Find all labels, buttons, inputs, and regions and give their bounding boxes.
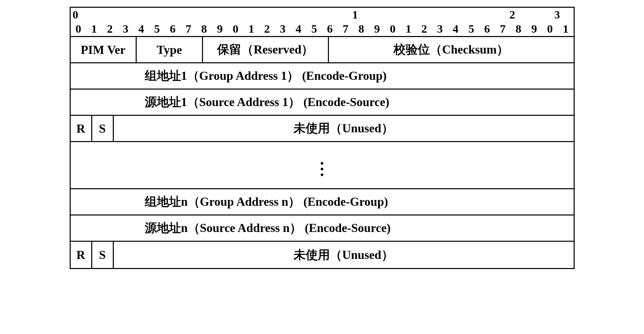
bit-group-label: 0 (71, 8, 228, 22)
bit-cell: 0 (228, 22, 243, 36)
bit-row: 0 1 2 3 4 5 6 7 8 9 (385, 22, 542, 36)
bit-cell: 0 (542, 22, 558, 36)
bit-ruler: 0 0 1 2 3 4 5 6 7 8 9 1 0 1 2 3 4 5 (70, 7, 575, 36)
bit-cell: 8 (196, 22, 212, 36)
bit-row: 0 1 (542, 22, 573, 36)
bit-group-label: 2 (385, 8, 542, 22)
field-s: S (92, 242, 114, 268)
bit-row: 0 1 2 3 4 5 6 7 8 9 (71, 22, 228, 36)
bit-cell: 6 (479, 22, 495, 36)
bit-cell: 3 (432, 22, 448, 36)
bit-cell: 4 (448, 22, 464, 36)
bit-cell: 3 (275, 22, 291, 36)
packet-format-diagram: 0 0 1 2 3 4 5 6 7 8 9 1 0 1 2 3 4 5 (70, 7, 575, 269)
bit-cell: 5 (149, 22, 165, 36)
rs-unused-row-n: R S 未使用（Unused） (71, 242, 574, 268)
bit-cell: 0 (71, 22, 87, 36)
bit-cell: 0 (385, 22, 401, 36)
bit-cell: 1 (243, 22, 259, 36)
bit-cell: 4 (291, 22, 306, 36)
bit-cell: 7 (338, 22, 353, 36)
group-address-n-row: 组地址n（Group Address n） (Encode-Group) (71, 189, 574, 215)
bit-cell: 9 (369, 22, 385, 36)
field-checksum: 校验位（Checksum） (329, 37, 574, 62)
field-unused: 未使用（Unused） (114, 242, 574, 268)
bit-cell: 6 (322, 22, 338, 36)
field-pim-ver: PIM Ver (71, 37, 137, 62)
bit-group-1: 1 0 1 2 3 4 5 6 7 8 9 (228, 8, 385, 36)
source-address-1-row: 源地址1（Source Address 1） (Encode-Source) (71, 90, 574, 116)
bit-group-label: 1 (228, 8, 385, 22)
field-type: Type (137, 37, 203, 62)
bit-cell: 6 (165, 22, 181, 36)
bit-group-label: 3 (542, 8, 573, 22)
bit-group-0: 0 0 1 2 3 4 5 6 7 8 9 (71, 8, 228, 36)
bit-cell: 5 (306, 22, 322, 36)
field-unused: 未使用（Unused） (114, 116, 574, 141)
field-r: R (71, 116, 92, 141)
bit-cell: 5 (464, 22, 479, 36)
bit-cell: 8 (511, 22, 527, 36)
vertical-ellipsis: ... (71, 142, 574, 188)
bit-row: 0 1 2 3 4 5 6 7 8 9 (228, 22, 385, 36)
packet-table: PIM Ver Type 保留（Reserved） 校验位（Checksum） … (70, 36, 575, 269)
bit-cell: 9 (526, 22, 542, 36)
field-reserved: 保留（Reserved） (203, 37, 329, 62)
vdots-icon: ... (320, 157, 324, 173)
bit-cell: 1 (401, 22, 416, 36)
bit-cell: 4 (133, 22, 149, 36)
bit-cell: 2 (416, 22, 432, 36)
bit-group-3: 3 0 1 (542, 8, 573, 36)
field-s: S (92, 116, 114, 141)
ellipsis-row: ... (71, 142, 574, 189)
field-group-address-1: 组地址1（Group Address 1） (Encode-Group) (71, 63, 574, 89)
bit-cell: 8 (353, 22, 369, 36)
field-group-address-n: 组地址n（Group Address n） (Encode-Group) (71, 189, 574, 214)
bit-cell: 2 (259, 22, 275, 36)
bit-cell: 9 (212, 22, 228, 36)
bit-cell: 7 (495, 22, 511, 36)
bit-cell: 1 (86, 22, 102, 36)
field-source-address-1: 源地址1（Source Address 1） (Encode-Source) (71, 90, 574, 115)
bit-cell: 3 (118, 22, 134, 36)
field-source-address-n: 源地址n（Source Address n） (Encode-Source) (71, 215, 574, 241)
bit-cell: 1 (558, 22, 574, 36)
rs-unused-row-1: R S 未使用（Unused） (71, 116, 574, 142)
header-row: PIM Ver Type 保留（Reserved） 校验位（Checksum） (71, 37, 574, 63)
field-r: R (71, 242, 92, 268)
bit-cell: 2 (102, 22, 118, 36)
bit-cell: 7 (180, 22, 196, 36)
source-address-n-row: 源地址n（Source Address n） (Encode-Source) (71, 215, 574, 242)
group-address-1-row: 组地址1（Group Address 1） (Encode-Group) (71, 63, 574, 90)
bit-group-2: 2 0 1 2 3 4 5 6 7 8 9 (385, 8, 542, 36)
